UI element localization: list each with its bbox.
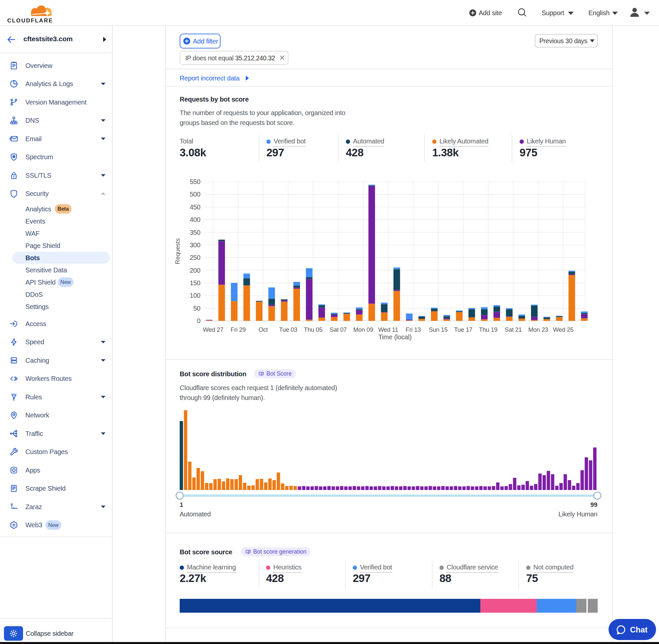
svg-text:New: New [48,522,59,528]
svg-text:Web3: Web3 [25,521,42,529]
